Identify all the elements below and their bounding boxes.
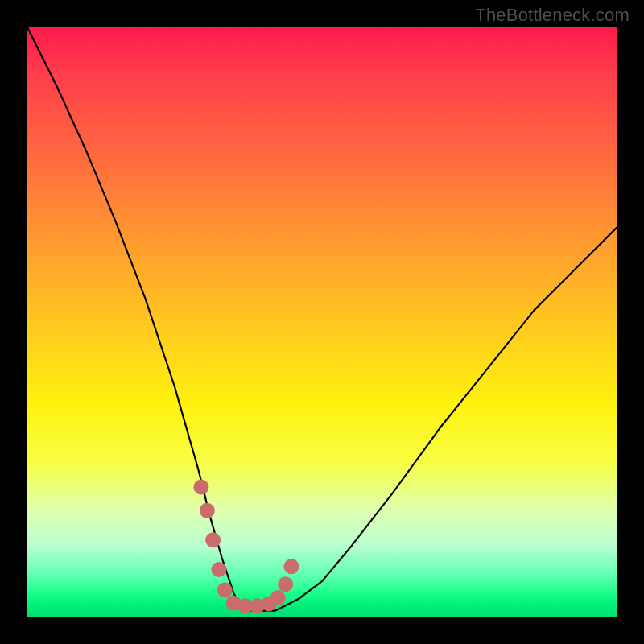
highlight-dot — [270, 590, 286, 605]
highlight-dot — [217, 583, 233, 598]
highlight-dots-group — [193, 480, 299, 614]
watermark-label: TheBottleneck.com — [475, 5, 630, 26]
highlight-dot — [200, 503, 215, 518]
highlight-dot — [211, 562, 226, 577]
highlight-dot — [205, 532, 221, 547]
chart-frame: TheBottleneck.com — [0, 0, 644, 644]
highlight-dot — [283, 559, 299, 574]
plot-area — [27, 27, 617, 617]
curve-svg — [27, 27, 617, 617]
bottleneck-curve-path — [27, 27, 617, 611]
highlight-dot — [193, 480, 208, 495]
highlight-dot — [278, 576, 293, 592]
curve-path-group — [27, 27, 617, 611]
